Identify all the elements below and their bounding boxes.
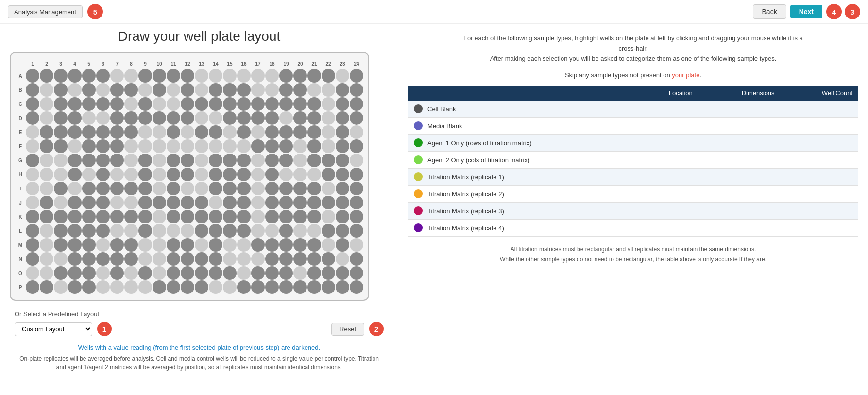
well[interactable] bbox=[40, 83, 53, 97]
well[interactable] bbox=[96, 210, 110, 223]
well[interactable] bbox=[68, 196, 82, 209]
well[interactable] bbox=[350, 83, 363, 97]
well[interactable] bbox=[124, 69, 138, 83]
well[interactable] bbox=[153, 182, 166, 195]
well[interactable] bbox=[167, 196, 180, 209]
well[interactable] bbox=[138, 111, 152, 125]
well[interactable] bbox=[223, 196, 237, 209]
well[interactable] bbox=[110, 224, 124, 238]
well[interactable] bbox=[322, 266, 335, 280]
well[interactable] bbox=[251, 97, 265, 111]
well[interactable] bbox=[138, 69, 152, 83]
well[interactable] bbox=[237, 154, 251, 167]
well[interactable] bbox=[181, 97, 194, 111]
well[interactable] bbox=[138, 125, 152, 139]
well[interactable] bbox=[293, 182, 307, 195]
well[interactable] bbox=[167, 111, 180, 125]
well[interactable] bbox=[40, 182, 53, 195]
well[interactable] bbox=[195, 125, 208, 139]
well[interactable] bbox=[54, 266, 68, 280]
well[interactable] bbox=[124, 111, 138, 125]
well[interactable] bbox=[181, 154, 194, 167]
well[interactable] bbox=[293, 224, 307, 238]
well[interactable] bbox=[336, 154, 349, 167]
well[interactable] bbox=[350, 210, 363, 223]
well[interactable] bbox=[209, 266, 222, 280]
well[interactable] bbox=[336, 266, 349, 280]
well[interactable] bbox=[54, 210, 68, 223]
well[interactable] bbox=[293, 252, 307, 266]
well[interactable] bbox=[237, 139, 251, 153]
well[interactable] bbox=[209, 224, 222, 238]
well[interactable] bbox=[265, 196, 279, 209]
well[interactable] bbox=[124, 280, 138, 294]
well[interactable] bbox=[322, 168, 335, 181]
well[interactable] bbox=[167, 125, 180, 139]
well[interactable] bbox=[209, 83, 222, 97]
well[interactable] bbox=[54, 125, 68, 139]
next-button[interactable]: Next bbox=[790, 5, 822, 18]
well[interactable] bbox=[265, 266, 279, 280]
well[interactable] bbox=[265, 210, 279, 223]
well[interactable] bbox=[350, 168, 363, 181]
well[interactable] bbox=[350, 154, 363, 167]
well[interactable] bbox=[195, 280, 208, 294]
well[interactable] bbox=[279, 154, 293, 167]
well[interactable] bbox=[167, 266, 180, 280]
well[interactable] bbox=[251, 111, 265, 125]
well[interactable] bbox=[40, 210, 53, 223]
analysis-management-button[interactable]: Analysis Management bbox=[8, 5, 83, 18]
well[interactable] bbox=[82, 154, 96, 167]
well[interactable] bbox=[124, 266, 138, 280]
well[interactable] bbox=[40, 224, 53, 238]
well[interactable] bbox=[40, 125, 53, 139]
table-row[interactable]: Agent 1 Only (rows of titration matrix) bbox=[408, 135, 858, 152]
well[interactable] bbox=[124, 139, 138, 153]
well[interactable] bbox=[209, 139, 222, 153]
well[interactable] bbox=[82, 69, 96, 83]
well[interactable] bbox=[237, 252, 251, 266]
well[interactable] bbox=[110, 182, 124, 195]
well[interactable] bbox=[322, 252, 335, 266]
well[interactable] bbox=[293, 111, 307, 125]
well[interactable] bbox=[307, 111, 321, 125]
well[interactable] bbox=[54, 69, 68, 83]
well[interactable] bbox=[265, 69, 279, 83]
well[interactable] bbox=[110, 280, 124, 294]
layout-select[interactable]: Custom Layout bbox=[15, 322, 92, 336]
well[interactable] bbox=[26, 224, 39, 238]
well[interactable] bbox=[68, 280, 82, 294]
well[interactable] bbox=[279, 125, 293, 139]
well[interactable] bbox=[68, 182, 82, 195]
well[interactable] bbox=[124, 125, 138, 139]
well[interactable] bbox=[336, 111, 349, 125]
well[interactable] bbox=[153, 139, 166, 153]
well[interactable] bbox=[167, 210, 180, 223]
well[interactable] bbox=[138, 97, 152, 111]
well[interactable] bbox=[223, 139, 237, 153]
well[interactable] bbox=[167, 280, 180, 294]
well[interactable] bbox=[54, 280, 68, 294]
well[interactable] bbox=[293, 97, 307, 111]
well[interactable] bbox=[167, 224, 180, 238]
well[interactable] bbox=[223, 280, 237, 294]
well[interactable] bbox=[26, 210, 39, 223]
table-row[interactable]: Agent 2 Only (cols of titration matrix) bbox=[408, 152, 858, 169]
well[interactable] bbox=[336, 182, 349, 195]
well[interactable] bbox=[82, 83, 96, 97]
well[interactable] bbox=[322, 210, 335, 223]
well[interactable] bbox=[26, 97, 39, 111]
well[interactable] bbox=[293, 125, 307, 139]
well[interactable] bbox=[153, 238, 166, 252]
well[interactable] bbox=[26, 83, 39, 97]
well[interactable] bbox=[167, 97, 180, 111]
well[interactable] bbox=[307, 280, 321, 294]
well[interactable] bbox=[110, 83, 124, 97]
well[interactable] bbox=[237, 125, 251, 139]
well[interactable] bbox=[153, 196, 166, 209]
well[interactable] bbox=[223, 69, 237, 83]
well[interactable] bbox=[82, 97, 96, 111]
well[interactable] bbox=[54, 238, 68, 252]
well[interactable] bbox=[223, 168, 237, 181]
well[interactable] bbox=[68, 83, 82, 97]
